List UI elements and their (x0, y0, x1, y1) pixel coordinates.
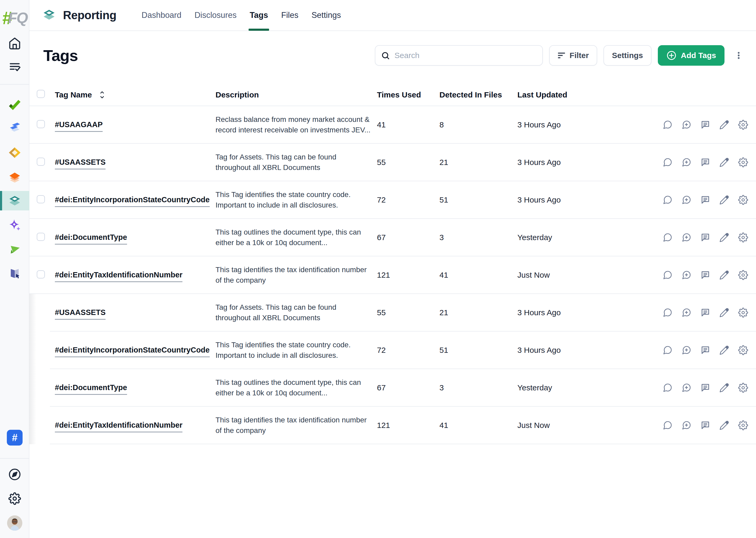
edit-pencil-icon[interactable] (719, 420, 729, 430)
tag-name-link[interactable]: #dei:EntityTaxIdentificationNumber (55, 421, 182, 432)
settings-button[interactable]: Settings (603, 45, 651, 66)
tag-name-link[interactable]: #dei:EntityIncorporationStateCountryCode (55, 346, 210, 357)
nav-settings[interactable]: Settings (311, 0, 341, 31)
add-comment-icon[interactable] (682, 383, 691, 393)
edit-pencil-icon[interactable] (719, 270, 729, 280)
row-checkbox[interactable] (37, 195, 45, 203)
tag-name-link[interactable]: #dei:EntityIncorporationStateCountryCode (55, 195, 210, 207)
add-comment-icon[interactable] (682, 120, 691, 130)
edit-pencil-icon[interactable] (719, 345, 729, 355)
add-comment-icon[interactable] (682, 157, 691, 167)
edit-pencil-icon[interactable] (719, 383, 729, 393)
col-header-detected: Detected In Files (440, 90, 517, 99)
tag-name-link[interactable]: #USAASSETS (55, 308, 106, 320)
row-actions (660, 270, 756, 280)
comment-bubble-icon[interactable] (663, 195, 673, 205)
filter-button[interactable]: Filter (549, 45, 597, 66)
tag-description: This Tag identifies the state country co… (215, 340, 371, 361)
table-row: #dei:EntityTaxIdentificationNumber This … (29, 407, 756, 444)
app-layers-blue-icon[interactable] (0, 121, 29, 134)
comment-bubble-icon[interactable] (663, 120, 673, 130)
nav-tags[interactable]: Tags (250, 0, 268, 31)
notes-icon[interactable] (700, 383, 710, 393)
notes-icon[interactable] (700, 345, 710, 355)
more-options-kebab-icon[interactable] (733, 48, 744, 63)
add-comment-icon[interactable] (682, 233, 691, 242)
tag-description: This tag identifies the tax identificati… (215, 415, 371, 436)
notes-icon[interactable] (700, 270, 710, 280)
app-box-icon[interactable] (0, 146, 29, 159)
edit-pencil-icon[interactable] (719, 233, 729, 242)
row-settings-gear-icon[interactable] (738, 420, 748, 430)
app-plane-icon[interactable] (0, 242, 29, 256)
tag-name-link[interactable]: #dei:DocumentType (55, 233, 127, 244)
app-book-cursor-icon[interactable] (0, 266, 29, 280)
comment-bubble-icon[interactable] (663, 233, 673, 242)
search-box[interactable] (375, 45, 543, 66)
app-check-icon[interactable] (0, 98, 29, 111)
comment-bubble-icon[interactable] (663, 383, 673, 393)
row-checkbox[interactable] (37, 158, 45, 166)
comment-bubble-icon[interactable] (663, 270, 673, 280)
notes-icon[interactable] (700, 120, 710, 130)
row-settings-gear-icon[interactable] (738, 157, 748, 167)
row-settings-gear-icon[interactable] (738, 233, 748, 242)
app-sparkle-icon[interactable] (0, 218, 29, 232)
comment-bubble-icon[interactable] (663, 345, 673, 355)
add-comment-icon[interactable] (682, 420, 691, 430)
add-comment-icon[interactable] (682, 195, 691, 205)
row-checkbox[interactable] (37, 233, 45, 241)
add-comment-icon[interactable] (682, 308, 691, 318)
tag-name-link[interactable]: #USAASSETS (55, 158, 106, 169)
settings-gear-icon[interactable] (0, 492, 29, 505)
notes-icon[interactable] (700, 420, 710, 430)
add-comment-icon[interactable] (682, 345, 691, 355)
comment-bubble-icon[interactable] (663, 420, 673, 430)
row-settings-gear-icon[interactable] (738, 270, 748, 280)
edit-pencil-icon[interactable] (719, 120, 729, 130)
row-checkbox[interactable] (37, 270, 45, 279)
task-list-check-icon[interactable] (0, 60, 29, 73)
row-actions (660, 120, 756, 130)
last-updated-value: Just Now (517, 271, 660, 280)
notes-icon[interactable] (700, 195, 710, 205)
row-settings-gear-icon[interactable] (738, 195, 748, 205)
edit-pencil-icon[interactable] (719, 308, 729, 318)
row-checkbox[interactable] (37, 120, 45, 128)
edit-pencil-icon[interactable] (719, 157, 729, 167)
hashtag-app-icon[interactable]: # (7, 430, 23, 446)
comment-bubble-icon[interactable] (663, 157, 673, 167)
user-avatar[interactable] (0, 515, 29, 531)
tag-name-link[interactable]: #dei:DocumentType (55, 383, 127, 395)
search-input[interactable] (395, 51, 537, 60)
select-all-checkbox[interactable] (37, 90, 45, 98)
notes-icon[interactable] (700, 233, 710, 242)
home-icon[interactable] (0, 37, 29, 50)
nav-disclosures[interactable]: Disclosures (195, 0, 237, 31)
row-settings-gear-icon[interactable] (738, 120, 748, 130)
row-actions (660, 233, 756, 242)
row-settings-gear-icon[interactable] (738, 383, 748, 393)
row-actions (660, 345, 756, 355)
comment-bubble-icon[interactable] (663, 308, 673, 318)
add-comment-icon[interactable] (682, 270, 691, 280)
compass-icon[interactable] (0, 468, 29, 481)
nav-files[interactable]: Files (281, 0, 298, 31)
filter-icon (557, 51, 565, 59)
table-row: #dei:EntityIncorporationStateCountryCode… (29, 181, 756, 218)
notes-icon[interactable] (700, 157, 710, 167)
row-settings-gear-icon[interactable] (738, 345, 748, 355)
sidebar-divider (0, 84, 29, 84)
row-settings-gear-icon[interactable] (738, 308, 748, 318)
times-used-value: 121 (377, 271, 440, 280)
nav-dashboard[interactable]: Dashboard (141, 0, 181, 31)
tag-name-link[interactable]: #dei:EntityTaxIdentificationNumber (55, 271, 182, 282)
notes-icon[interactable] (700, 308, 710, 318)
times-used-value: 67 (377, 383, 440, 392)
tag-name-link[interactable]: #USAAGAAP (55, 120, 103, 132)
sort-icon[interactable] (99, 91, 106, 99)
app-layers-orange-icon[interactable] (0, 169, 29, 183)
sidebar-active-item-reporting[interactable] (0, 191, 29, 210)
edit-pencil-icon[interactable] (719, 195, 729, 205)
add-tags-button[interactable]: Add Tags (658, 45, 725, 66)
